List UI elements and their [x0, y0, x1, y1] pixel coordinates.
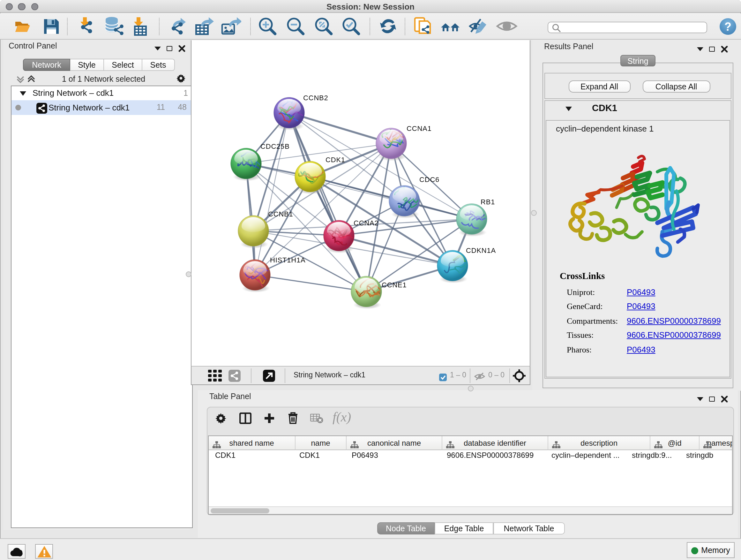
- svg-text:?: ?: [724, 20, 731, 33]
